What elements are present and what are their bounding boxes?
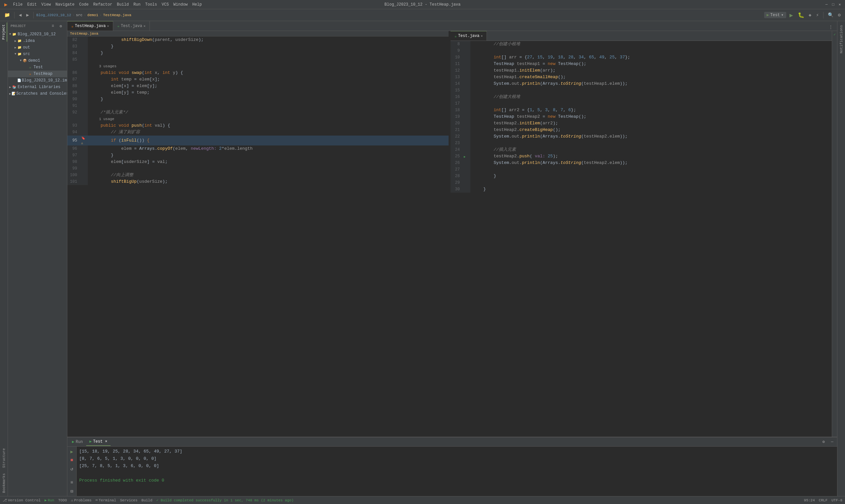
back-button[interactable]: ◀ bbox=[17, 11, 23, 19]
menu-navigate[interactable]: Navigate bbox=[53, 2, 76, 7]
project-sidebar: Project ≡ ⚙ ▼ 📁 Blog_J2023_10_12 ▶ 📁 .id… bbox=[8, 21, 67, 496]
output-line-1: [15, 18, 19, 25, 28, 34, 65, 49, 27, 37] bbox=[79, 448, 834, 455]
debug-button[interactable]: 🐛 bbox=[796, 12, 806, 18]
tab-testheap[interactable]: ☕ TestHeap.java ✕ bbox=[67, 21, 113, 31]
tree-out[interactable]: ▶ 📁 out bbox=[8, 44, 67, 51]
menu-run[interactable]: Run bbox=[131, 2, 143, 7]
tree-arrow-scratches: ▶ bbox=[9, 92, 11, 96]
tab-structure[interactable]: Structure bbox=[1, 446, 7, 470]
menu-tools[interactable]: Tools bbox=[143, 2, 159, 7]
tree-demo1[interactable]: ▼ 📦 demo1 bbox=[8, 57, 67, 64]
forward-button[interactable]: ▶ bbox=[24, 11, 30, 19]
tree-label-test: Test bbox=[33, 65, 43, 70]
panel-hide-btn[interactable]: — bbox=[828, 438, 836, 446]
gutter-cell bbox=[464, 127, 470, 133]
tab-notifications[interactable]: Notifications bbox=[839, 22, 844, 56]
sidebar-settings-btn[interactable]: ⚙ bbox=[57, 22, 64, 30]
project-breadcrumb[interactable]: Blog_J2023_10_12 bbox=[36, 13, 71, 17]
line-code: /*插入元素*/ bbox=[88, 109, 448, 116]
tree-src[interactable]: ▼ 📁 src bbox=[8, 51, 67, 57]
breadcrumb-testheap[interactable]: TestHeap.java bbox=[70, 32, 99, 36]
tree-iml[interactable]: ▶ 📄 Blog_J2023_10_12.iml bbox=[8, 77, 67, 84]
menu-file[interactable]: File bbox=[11, 2, 25, 7]
status-position[interactable]: 95:24 bbox=[804, 498, 815, 502]
gutter-cell bbox=[81, 96, 88, 103]
testheap-tab-label: TestHeap.java bbox=[75, 24, 106, 29]
code-area-right[interactable]: 8 //创建小根堆 9 10 bbox=[451, 41, 832, 437]
gutter-cell: 🔖 ⚠ bbox=[81, 136, 88, 145]
breadcrumb-file[interactable]: TestHeap.java bbox=[103, 13, 131, 17]
status-line-ending[interactable]: CRLF bbox=[819, 498, 828, 502]
testheap-tab-close[interactable]: ✕ bbox=[107, 24, 109, 28]
status-problems[interactable]: ⚠ Problems bbox=[71, 498, 91, 502]
panel-rerun-btn[interactable]: ↺ bbox=[68, 465, 75, 472]
tab-bookmarks[interactable]: Bookmarks bbox=[1, 471, 7, 495]
tree-testheap[interactable]: ▶ ☕ TestHeap bbox=[8, 71, 67, 77]
gutter-cell bbox=[464, 54, 470, 61]
panel-tab-test[interactable]: ▶ Test × bbox=[86, 438, 110, 446]
tree-external-libs[interactable]: ▶ 📚 External Libraries bbox=[8, 84, 67, 90]
menu-window[interactable]: Window bbox=[171, 2, 190, 7]
breadcrumb-src[interactable]: src bbox=[76, 13, 83, 17]
tree-project-root[interactable]: ▼ 📁 Blog_J2023_10_12 bbox=[8, 31, 67, 38]
line-code: } bbox=[88, 96, 448, 103]
tree-test[interactable]: ▶ ☕ Test bbox=[8, 64, 67, 71]
run-button[interactable]: ▶ bbox=[788, 12, 795, 19]
menu-code[interactable]: Code bbox=[77, 2, 91, 7]
status-todo[interactable]: TODO bbox=[58, 498, 67, 502]
sidebar-collapse-btn[interactable]: ≡ bbox=[49, 22, 56, 30]
status-run[interactable]: ▶ Run bbox=[45, 498, 54, 502]
gutter-cell bbox=[464, 61, 470, 67]
project-icon[interactable]: 📁 bbox=[3, 11, 12, 19]
menu-vcs[interactable]: VCS bbox=[160, 2, 171, 7]
maximize-button[interactable]: □ bbox=[830, 2, 836, 7]
editor-options-btn[interactable]: ⋮ bbox=[827, 24, 834, 31]
coverage-button[interactable]: ◈ bbox=[807, 11, 813, 19]
table-row: 92 /*插入元素*/ bbox=[67, 109, 448, 116]
close-button[interactable]: ✕ bbox=[837, 2, 842, 7]
panel-run-btn[interactable]: ▶ bbox=[68, 448, 75, 455]
line-ending-text: CRLF bbox=[819, 498, 828, 502]
menu-refactor[interactable]: Refactor bbox=[91, 2, 115, 7]
menu-edit[interactable]: Edit bbox=[25, 2, 39, 7]
profile-button[interactable]: ⚡ bbox=[814, 11, 820, 19]
gutter-cell bbox=[464, 133, 470, 140]
panel-settings-btn[interactable]: ⚙ bbox=[820, 438, 827, 446]
code-area-left[interactable]: 82 shiftBigDown(parent, usderSize); 83 } bbox=[67, 37, 448, 437]
table-row: 23 bbox=[451, 140, 832, 146]
menu-view[interactable]: View bbox=[39, 2, 53, 7]
run-config-selector[interactable]: ▶ Test ▾ bbox=[764, 12, 786, 18]
panel-scroll-btn[interactable]: ≡ bbox=[68, 479, 75, 486]
test-tab-close[interactable]: ✕ bbox=[144, 24, 145, 28]
panel-filter-btn[interactable]: ⊟ bbox=[68, 487, 75, 495]
menu-help[interactable]: Help bbox=[191, 2, 204, 7]
gutter-cell bbox=[464, 80, 470, 87]
tree-idea[interactable]: ▶ 📁 .idea bbox=[8, 38, 67, 44]
breadcrumb-demo[interactable]: demo1 bbox=[87, 13, 99, 17]
notifications-bar: ✓ bbox=[832, 31, 837, 437]
tab-test-left[interactable]: ☕ Test.java ✕ bbox=[113, 21, 149, 31]
status-terminal[interactable]: ⌨ Terminal bbox=[95, 498, 116, 502]
status-version-control[interactable]: ⎇ Version Control bbox=[3, 498, 40, 502]
status-build[interactable]: Build bbox=[142, 498, 153, 502]
search-button[interactable]: 🔍 bbox=[826, 11, 835, 19]
gutter-cell bbox=[81, 103, 88, 109]
table-row: 90 } bbox=[67, 96, 448, 103]
line-code bbox=[88, 165, 448, 172]
status-charset[interactable]: UTF-8 bbox=[831, 498, 842, 502]
menu-build[interactable]: Build bbox=[115, 2, 131, 7]
status-services[interactable]: Services bbox=[120, 498, 138, 502]
panel-stop-btn[interactable]: ■ bbox=[68, 456, 75, 464]
tree-label-idea: .idea bbox=[23, 39, 35, 43]
table-row: 12 testHeap1.initElem(arr); bbox=[451, 67, 832, 74]
line-code: System.out.println(Arrays.toString(testH… bbox=[470, 133, 832, 140]
test-right-tab-close[interactable]: ✕ bbox=[480, 34, 482, 38]
tab-test-right[interactable]: ☕ Test.java ✕ bbox=[451, 31, 487, 40]
tab-project[interactable]: Project bbox=[1, 22, 7, 41]
panel-tab-run[interactable]: ▶ Run bbox=[69, 438, 86, 446]
minimize-button[interactable]: ─ bbox=[824, 2, 829, 7]
run-label: Run bbox=[48, 498, 54, 502]
tree-label-root: Blog_J2023_10_12 bbox=[17, 32, 55, 37]
tree-scratches[interactable]: ▶ 📝 Scratches and Consoles bbox=[8, 90, 67, 97]
settings-button[interactable]: ⚙ bbox=[837, 11, 842, 19]
